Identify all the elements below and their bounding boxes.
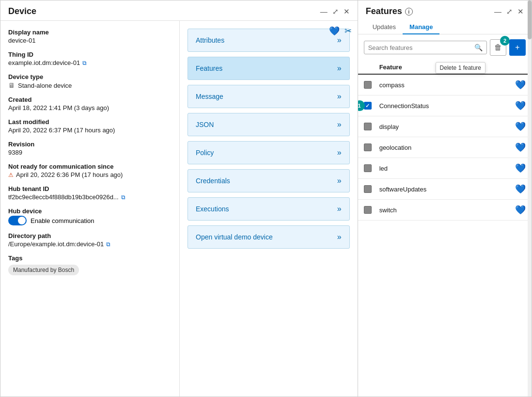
action-col-connection-status: 💙 [515, 100, 526, 111]
feature-row-led: led 💙 [358, 158, 532, 179]
features-minimize-icon[interactable]: — [494, 7, 501, 16]
device-close-icon[interactable]: ✕ [344, 7, 350, 16]
features-panel-controls: — ⤢ ✕ [494, 7, 524, 16]
heart-switch[interactable]: 💙 [515, 205, 526, 215]
features-title: Features i [366, 6, 413, 16]
check-col-software-updates [364, 185, 379, 193]
device-minimize-icon[interactable]: — [320, 7, 328, 16]
device-expand-icon[interactable]: ⤢ [332, 7, 339, 16]
chevron-executions: » [337, 205, 342, 213]
display-name-group: Display name device-01 [8, 29, 172, 44]
device-type-value: 🖥 Stand-alone device [8, 81, 172, 89]
directory-path-value: /Europe/example.iot.dm:device-01 ⧉ [8, 240, 172, 248]
features-toolbar: 🔍 🗑 Delete 1 feature 2 + [358, 34, 532, 61]
checkbox-display[interactable] [364, 123, 372, 130]
device-panel-header: Device — ⤢ ✕ [0, 0, 358, 21]
nav-item-executions[interactable]: Executions » [188, 197, 350, 221]
directory-path-copy-icon[interactable]: ⧉ [106, 241, 110, 248]
badge-2: 2 [500, 36, 510, 46]
directory-path-group: Directory path /Europe/example.iot.dm:de… [8, 232, 172, 248]
checkbox-led[interactable] [364, 164, 372, 172]
nav-item-credentials[interactable]: Credentials » [188, 169, 350, 192]
thing-id-value: example.iot.dm:device-01 ⧉ [8, 59, 172, 66]
features-tabs: Updates Manage [358, 16, 532, 34]
check-col-led [364, 164, 379, 172]
action-col-display: 💙 [515, 121, 526, 132]
features-panel-header: Features i — ⤢ ✕ [358, 0, 532, 16]
nav-item-message[interactable]: Message » [188, 85, 350, 108]
created-value: April 18, 2022 1:41 PM (3 days ago) [8, 104, 172, 111]
delete-tooltip: Delete 1 feature [436, 62, 485, 74]
feature-name-led: led [379, 165, 515, 172]
device-type-icon: 🖥 [8, 81, 15, 89]
features-close-icon[interactable]: ✕ [517, 7, 524, 16]
nav-item-virtual[interactable]: Open virtual demo device » [188, 225, 350, 249]
nav-item-json[interactable]: JSON » [188, 113, 350, 136]
plus-icon: + [515, 43, 519, 52]
thing-id-group: Thing ID example.iot.dm:device-01 ⧉ [8, 51, 172, 66]
features-info-icon[interactable]: i [405, 8, 413, 16]
action-col-compass: 💙 [515, 79, 526, 90]
feature-row-connection-status: 1 ConnectionStatus 💙 [358, 95, 532, 116]
chevron-credentials: » [337, 176, 342, 185]
heart-led[interactable]: 💙 [515, 163, 526, 174]
toggle-slider [8, 216, 27, 225]
heart-nav-icon[interactable]: 💙 [329, 26, 340, 36]
hub-tenant-copy-icon[interactable]: ⧉ [121, 194, 125, 201]
checkbox-connection-status[interactable] [364, 102, 372, 110]
nav-item-features[interactable]: Features » [188, 57, 350, 80]
not-ready-value: ⚠ April 20, 2022 6:36 PM (17 hours ago) [8, 171, 172, 178]
checkbox-compass[interactable] [364, 81, 372, 89]
action-col-geolocation: 💙 [515, 142, 526, 153]
search-input[interactable] [368, 44, 474, 51]
feature-row-compass: compass 💙 [358, 75, 532, 95]
device-panel-title: Device [8, 6, 36, 16]
hub-device-label: Hub device [8, 207, 172, 215]
delete-button[interactable]: 🗑 Delete 1 feature 2 [490, 39, 506, 56]
heart-compass[interactable]: 💙 [515, 79, 526, 90]
tag-chip: Manufactured by Bosch [8, 265, 79, 275]
display-name-label: Display name [8, 29, 172, 36]
enable-comm-label: Enable communication [31, 217, 94, 224]
chevron-json: » [337, 120, 342, 129]
thing-id-label: Thing ID [8, 51, 172, 58]
created-group: Created April 18, 2022 1:41 PM (3 days a… [8, 96, 172, 111]
checkbox-geolocation[interactable] [364, 143, 372, 151]
features-list: compass 💙 1 ConnectionStatus 💙 display 💙 [358, 75, 532, 397]
heart-geolocation[interactable]: 💙 [515, 142, 526, 153]
feature-name-switch: switch [379, 206, 515, 214]
check-col-switch [364, 206, 379, 214]
scrollbar-thumb[interactable] [528, 0, 532, 39]
thing-id-copy-icon[interactable]: ⧉ [82, 60, 87, 66]
nav-item-attributes[interactable]: Attributes » [188, 29, 350, 52]
tags-label: Tags [8, 254, 172, 262]
action-col-software-updates: 💙 [515, 184, 526, 194]
check-col-connection-status [364, 102, 379, 110]
device-type-label: Device type [8, 73, 172, 80]
search-icon[interactable]: 🔍 [474, 44, 483, 51]
scrollbar-track [528, 0, 532, 397]
feature-row-software-updates: softwareUpdates 💙 [358, 179, 532, 200]
heart-display[interactable]: 💙 [515, 121, 526, 132]
heart-software-updates[interactable]: 💙 [515, 184, 526, 194]
enable-comm-toggle[interactable] [8, 216, 27, 225]
not-ready-group: Not ready for communication since ⚠ Apri… [8, 163, 172, 178]
hub-device-group: Hub device Enable communication [8, 207, 172, 225]
tab-updates[interactable]: Updates [366, 20, 403, 34]
last-modified-group: Last modified April 20, 2022 6:37 PM (17… [8, 118, 172, 134]
tools-nav-icon[interactable]: ✂ [344, 26, 352, 36]
tab-manage[interactable]: Manage [403, 20, 439, 34]
search-container: 🔍 [364, 41, 487, 54]
heart-connection-status[interactable]: 💙 [515, 100, 526, 111]
tags-group: Tags Manufactured by Bosch [8, 254, 172, 275]
not-ready-warning-icon: ⚠ [8, 172, 14, 178]
add-feature-button[interactable]: + [509, 39, 526, 56]
nav-item-policy[interactable]: Policy » [188, 141, 350, 164]
features-expand-icon[interactable]: ⤢ [506, 7, 513, 16]
nav-panel: 💙 ✂ Attributes » Features » Message » JS… [180, 21, 358, 397]
hub-tenant-label: Hub tenant ID [8, 185, 172, 192]
revision-group: Revision 9389 [8, 141, 172, 156]
not-ready-label: Not ready for communication since [8, 163, 172, 170]
checkbox-switch[interactable] [364, 206, 372, 214]
checkbox-software-updates[interactable] [364, 185, 372, 193]
